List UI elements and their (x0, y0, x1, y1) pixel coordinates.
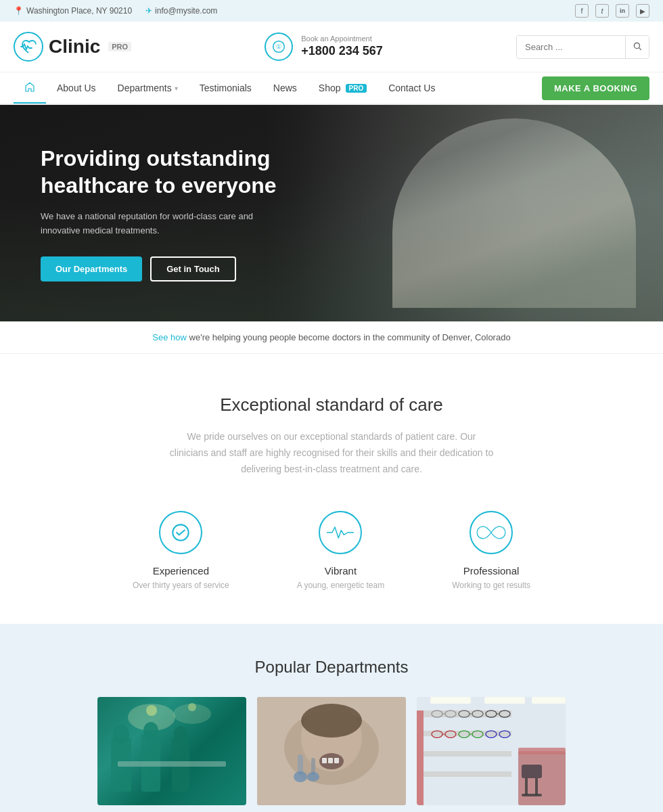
care-item-vibrant: Vibrant A young, energetic team (297, 511, 384, 590)
facebook-icon[interactable]: f (575, 4, 589, 18)
professional-title: Professional (452, 565, 530, 577)
logo-icon (14, 32, 43, 62)
hero-content: Providing outstanding healthcare to ever… (0, 145, 352, 282)
phone-icon: ① (265, 32, 293, 61)
address-text: Washington Place, NY 90210 (26, 6, 132, 16)
email-info: ✈ info@mysite.com (145, 6, 217, 16)
svg-rect-31 (484, 697, 525, 704)
top-bar-contact: 📍 Washington Place, NY 90210 ✈ info@mysi… (14, 6, 217, 16)
care-icons: Experienced Over thirty years of service… (14, 511, 649, 590)
svg-rect-37 (424, 771, 511, 777)
nav-item-testimonials[interactable]: Testimonials (189, 73, 262, 103)
hero-subtitle: We have a national reputation for world-… (41, 210, 257, 238)
address-info: 📍 Washington Place, NY 90210 (14, 6, 132, 16)
svg-rect-16 (97, 697, 246, 805)
twitter-icon[interactable]: t (595, 4, 609, 18)
home-icon (24, 82, 35, 93)
shop-pro-badge: PRO (346, 84, 367, 93)
heartbeat-icon (319, 511, 362, 554)
departments-section: Popular Departments (0, 624, 663, 812)
heart-pulse-icon (20, 39, 37, 55)
experienced-title: Experienced (133, 565, 229, 577)
hero-section: Providing outstanding healthcare to ever… (0, 105, 663, 321)
search-button[interactable] (625, 36, 649, 58)
check-circle-icon (159, 511, 202, 554)
svg-rect-26 (322, 758, 327, 763)
department-cards (14, 697, 649, 805)
hero-buttons: Our Departments Get in Touch (41, 256, 311, 281)
care-item-professional: Professional Working to get results (452, 511, 530, 590)
phone-number: +1800 234 567 (301, 43, 383, 59)
search-input[interactable] (517, 37, 625, 58)
logo[interactable]: Clinic PRO (14, 32, 131, 62)
header-phone: ① Book an Appointment +1800 234 567 (265, 32, 383, 61)
top-bar: 📍 Washington Place, NY 90210 ✈ info@mysi… (0, 0, 663, 22)
care-description: We pride ourselves on our exceptional st… (169, 429, 494, 477)
vibrant-title: Vibrant (297, 565, 384, 577)
navigation: About Us Departments ▾ Testimonials News… (0, 72, 663, 105)
email-text: info@mysite.com (155, 6, 217, 16)
logo-name: Clinic (49, 36, 100, 58)
svg-point-2 (634, 43, 639, 48)
search-box (516, 35, 649, 59)
location-icon: 📍 (14, 6, 24, 16)
care-section: Exceptional standard of care We pride ou… (0, 354, 663, 624)
dept-card-optometry[interactable] (417, 697, 566, 805)
svg-rect-57 (522, 765, 542, 778)
svg-rect-33 (417, 710, 424, 805)
experienced-subtitle: Over thirty years of service (133, 581, 229, 590)
hero-title: Providing outstanding healthcare to ever… (41, 145, 311, 199)
svg-rect-56 (518, 748, 566, 754)
optometry-image (417, 697, 566, 805)
svg-rect-59 (535, 778, 538, 795)
dept-card-surgery[interactable] (97, 697, 246, 805)
logo-pro-badge: PRO (108, 42, 131, 51)
phone-label: Book an Appointment (301, 34, 383, 43)
dept-card-dental[interactable] (257, 697, 406, 805)
nav-item-home[interactable] (14, 72, 46, 104)
svg-rect-60 (522, 794, 542, 796)
nav-item-shop[interactable]: Shop PRO (308, 73, 378, 103)
svg-point-24 (307, 772, 319, 782)
care-title: Exceptional standard of care (14, 394, 649, 415)
svg-rect-28 (334, 758, 339, 763)
svg-rect-36 (424, 751, 511, 757)
svg-rect-27 (328, 758, 333, 763)
nav-item-news[interactable]: News (262, 73, 308, 103)
svg-rect-30 (430, 697, 471, 704)
svg-point-20 (301, 704, 362, 738)
infinity-icon (470, 511, 513, 554)
get-in-touch-button[interactable]: Get in Touch (150, 256, 235, 281)
svg-rect-58 (525, 778, 528, 795)
linkedin-icon[interactable]: in (616, 4, 629, 18)
social-links: f t in ▶ (575, 4, 649, 18)
sub-banner: See how we're helping young people becom… (0, 321, 663, 354)
make-booking-button[interactable]: MAKE A BOOKING (542, 76, 649, 100)
header: Clinic PRO ① Book an Appointment +1800 2… (0, 22, 663, 72)
nav-links: About Us Departments ▾ Testimonials News… (14, 72, 446, 104)
sub-banner-text: we're helping young people become doctor… (187, 332, 511, 342)
svg-line-3 (639, 47, 641, 49)
svg-point-4 (173, 525, 189, 541)
nav-item-about[interactable]: About Us (46, 73, 107, 103)
vibrant-subtitle: A young, energetic team (297, 581, 384, 590)
dental-image (257, 697, 406, 805)
search-icon (633, 41, 642, 51)
departments-button[interactable]: Our Departments (41, 256, 142, 281)
svg-rect-32 (532, 697, 566, 704)
care-item-experienced: Experienced Over thirty years of service (133, 511, 229, 590)
surgery-image (97, 697, 246, 805)
nav-item-departments[interactable]: Departments ▾ (107, 73, 189, 103)
email-icon: ✈ (145, 6, 152, 16)
departments-title: Popular Departments (14, 658, 649, 677)
nav-item-contact[interactable]: Contact Us (378, 73, 446, 103)
youtube-icon[interactable]: ▶ (636, 4, 649, 18)
svg-text:①: ① (276, 43, 281, 50)
chevron-down-icon: ▾ (175, 85, 178, 92)
phone-details: Book an Appointment +1800 234 567 (301, 34, 383, 60)
professional-subtitle: Working to get results (452, 581, 530, 590)
sub-banner-link[interactable]: See how (152, 332, 187, 342)
svg-point-23 (294, 771, 307, 782)
